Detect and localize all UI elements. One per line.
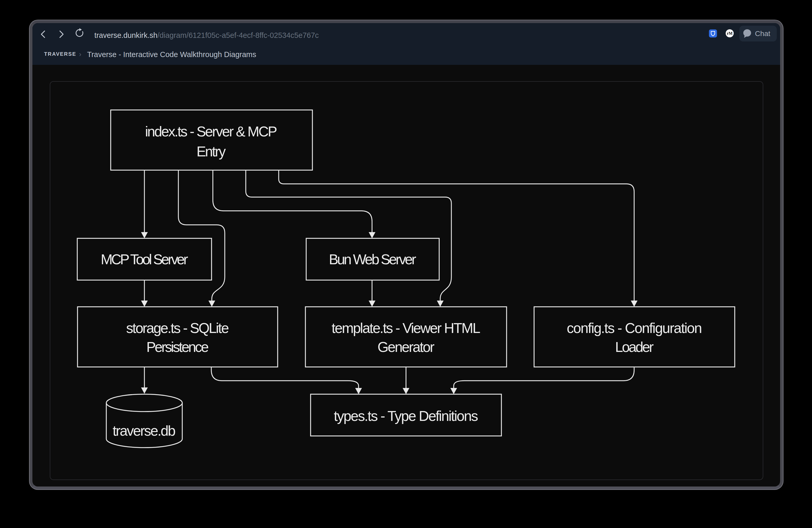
svg-text:Entry: Entry: [197, 143, 226, 159]
svg-text:Persistence: Persistence: [146, 339, 209, 355]
svg-text:Loader: Loader: [615, 339, 654, 355]
svg-text:storage.ts - SQLite: storage.ts - SQLite: [126, 320, 229, 336]
svg-text:MCP Tool Server: MCP Tool Server: [101, 251, 188, 267]
svg-text:config.ts - Configuration: config.ts - Configuration: [567, 320, 702, 336]
svg-text:Generator: Generator: [377, 339, 435, 355]
svg-text:template.ts - Viewer HTML: template.ts - Viewer HTML: [332, 320, 480, 336]
svg-text:Bun Web Server: Bun Web Server: [329, 251, 416, 267]
svg-text:types.ts - Type Definitions: types.ts - Type Definitions: [334, 408, 478, 424]
svg-text:traverse.db: traverse.db: [113, 423, 176, 439]
svg-text:index.ts - Server & MCP: index.ts - Server & MCP: [145, 124, 277, 140]
